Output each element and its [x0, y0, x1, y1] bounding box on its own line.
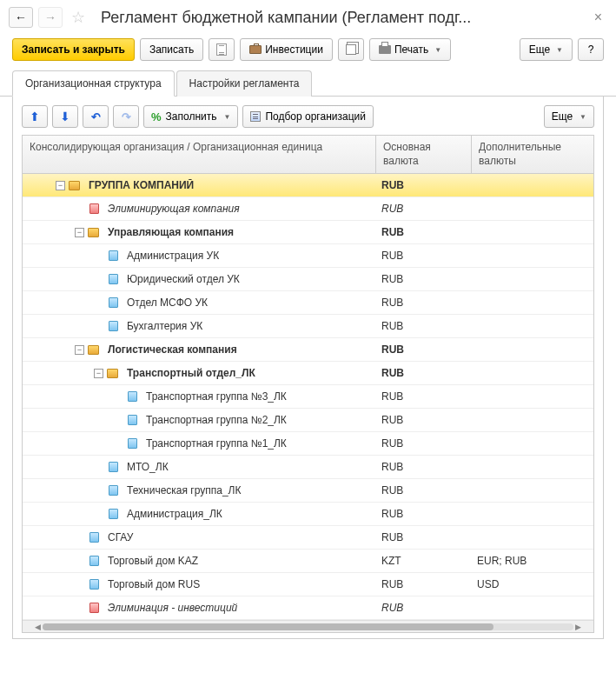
copy-button[interactable] [338, 38, 364, 61]
item-icon [89, 603, 99, 613]
table-row[interactable]: −Управляющая компанияRUB [23, 221, 593, 244]
row-currency: RUB [376, 461, 472, 473]
table-row[interactable]: Юридический отдел УКRUB [23, 268, 593, 291]
col-currency[interactable]: Основная валюта [376, 136, 472, 173]
table-row[interactable]: Транспортная группа №3_ЛКRUB [23, 385, 593, 409]
tree-expander[interactable]: − [75, 345, 84, 355]
row-name: СГАУ [108, 531, 133, 543]
row-name: Элиминирующая компания [108, 203, 240, 215]
row-name: Транспортный отдел_ЛК [127, 367, 255, 379]
redo-icon: ↷ [122, 110, 131, 123]
row-add-currency: USD [472, 578, 593, 590]
save-button[interactable]: Записать [140, 38, 203, 61]
row-name: Юридический отдел УК [127, 273, 240, 285]
table-row[interactable]: Бухгалтерия УКRUB [23, 315, 593, 338]
row-name: Транспортная группа №1_ЛК [146, 437, 287, 450]
folder-icon [107, 369, 118, 378]
back-button[interactable]: ← [9, 7, 33, 28]
fill-button[interactable]: %Заполнить▼ [143, 105, 238, 128]
table-row[interactable]: Транспортная группа №1_ЛКRUB [23, 432, 593, 456]
scroll-right-icon[interactable]: ▶ [573, 623, 583, 631]
item-icon [89, 556, 99, 566]
row-name: Транспортная группа №2_ЛК [146, 414, 287, 426]
more-button[interactable]: Еще▼ [520, 38, 573, 61]
chevron-down-icon: ▼ [434, 46, 441, 54]
table-row[interactable]: СГАУRUB [23, 526, 593, 550]
redo-button[interactable]: ↷ [113, 105, 139, 128]
help-button[interactable]: ? [578, 38, 604, 61]
item-icon [109, 250, 118, 261]
item-icon [128, 415, 137, 425]
horizontal-scrollbar[interactable]: ◀ ▶ [23, 620, 593, 632]
undo-button[interactable]: ↶ [83, 105, 109, 128]
row-currency: RUB [376, 367, 472, 379]
chevron-down-icon: ▼ [556, 46, 563, 54]
row-currency: RUB [376, 414, 472, 426]
row-name: Администрация_ЛК [127, 508, 222, 520]
row-currency: RUB [376, 437, 472, 450]
row-name: Отдел МСФО УК [127, 297, 208, 309]
table-row[interactable]: Техническая группа_ЛКRUB [23, 479, 593, 503]
folder-icon [88, 228, 99, 237]
row-name: ГРУППА КОМПАНИЙ [89, 179, 194, 191]
scroll-left-icon[interactable]: ◀ [33, 623, 43, 631]
table-row[interactable]: МТО_ЛКRUB [23, 456, 593, 479]
col-org[interactable]: Консолидирующая организация / Организаци… [23, 136, 376, 173]
tree-expander[interactable]: − [56, 181, 65, 190]
table-row[interactable]: Транспортная группа №2_ЛКRUB [23, 409, 593, 432]
row-name: Управляющая компания [108, 226, 234, 238]
table-row[interactable]: −Транспортный отдел_ЛКRUB [23, 362, 593, 385]
table-row[interactable]: −ГРУППА КОМПАНИЙRUB [23, 174, 593, 197]
row-name: Бухгалтерия УК [127, 320, 202, 332]
item-icon [89, 532, 99, 543]
table-body[interactable]: −ГРУППА КОМПАНИЙRUBЭлиминирующая компани… [23, 174, 593, 620]
tab-org-structure[interactable]: Организационная структура [12, 70, 175, 97]
table-row[interactable]: Администрация УКRUB [23, 244, 593, 268]
row-name: Транспортная группа №3_ЛК [146, 390, 287, 403]
favorite-star-icon[interactable]: ☆ [71, 8, 85, 27]
row-currency: RUB [376, 484, 472, 496]
tree-expander[interactable]: − [94, 369, 103, 378]
page-title: Регламент бюджетной кампании (Регламент … [101, 9, 584, 27]
item-icon [89, 579, 99, 590]
fill-icon: % [151, 110, 162, 123]
scroll-thumb[interactable] [43, 623, 493, 630]
select-org-button[interactable]: Подбор организаций [242, 105, 374, 128]
list-icon [250, 111, 261, 122]
undo-icon: ↶ [91, 110, 101, 123]
copy-icon [346, 44, 356, 55]
close-icon[interactable]: × [589, 10, 607, 25]
table-row[interactable]: −Логистическая компанияRUB [23, 338, 593, 362]
investments-button[interactable]: Инвестиции [240, 38, 333, 61]
table-row[interactable]: Элиминация - инвестицийRUB [23, 596, 593, 620]
table-row[interactable]: Отдел МСФО УКRUB [23, 291, 593, 315]
row-name: Элиминация - инвестиций [108, 602, 237, 614]
row-currency: RUB [376, 578, 472, 590]
document-button[interactable] [209, 38, 235, 61]
table-row[interactable]: Торговый дом RUSRUBUSD [23, 573, 593, 596]
move-down-button[interactable]: ⬇ [52, 105, 78, 128]
row-currency: RUB [376, 297, 472, 309]
table-row[interactable]: Торговый дом KAZKZTEUR; RUB [23, 550, 593, 573]
table-row[interactable]: Администрация_ЛКRUB [23, 503, 593, 526]
sub-more-button[interactable]: Еще▼ [544, 105, 594, 128]
row-currency: RUB [376, 508, 472, 520]
save-and-close-button[interactable]: Записать и закрыть [12, 38, 135, 61]
arrow-up-icon: ⬆ [30, 110, 40, 123]
row-currency: RUB [376, 250, 472, 262]
org-table: Консолидирующая организация / Организаци… [22, 135, 594, 633]
tree-expander[interactable]: − [75, 228, 84, 237]
table-header: Консолидирующая организация / Организаци… [23, 136, 593, 174]
item-icon [109, 297, 118, 308]
row-name: Администрация УК [127, 250, 219, 262]
row-currency: RUB [376, 226, 472, 238]
item-icon [109, 274, 118, 284]
forward-button[interactable]: → [38, 7, 63, 28]
row-add-currency: EUR; RUB [472, 555, 593, 567]
row-currency: RUB [376, 273, 472, 285]
col-add-currency[interactable]: Дополнительные валюты [472, 136, 593, 173]
tab-settings[interactable]: Настройки регламента [176, 70, 313, 97]
print-button[interactable]: Печать▼ [369, 38, 451, 61]
move-up-button[interactable]: ⬆ [22, 105, 48, 128]
table-row[interactable]: Элиминирующая компанияRUB [23, 197, 593, 221]
